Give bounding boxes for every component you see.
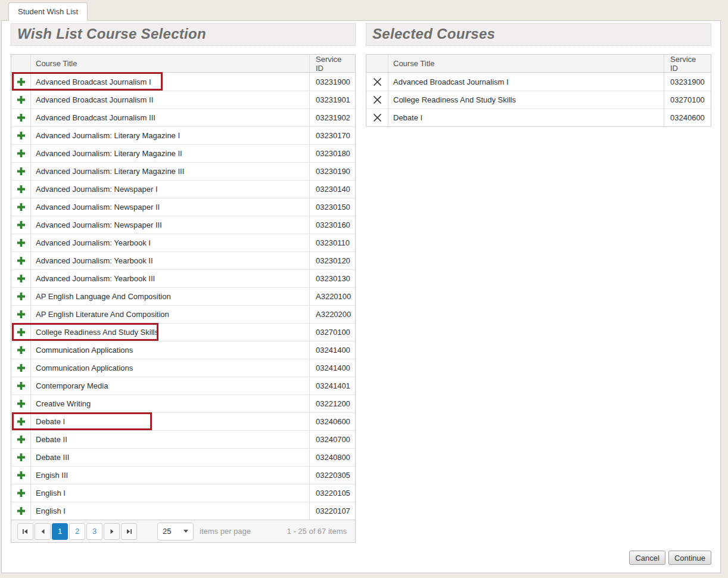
icon-column-header [366,55,388,72]
selected-table-header: Course Title Service ID [366,55,711,73]
service-id-cell: A3220200 [310,306,355,323]
table-row: Advanced Broadcast Journalism II 0323190… [11,91,355,108]
column-header-course-title[interactable]: Course Title [388,55,664,72]
tab-label: Student Wish List [18,7,78,16]
wishlist-table-header: Course Title Service ID [11,55,355,73]
table-row: Advanced Journalism: Newspaper III 03230… [11,216,355,234]
selected-courses-table: Course Title Service ID Advanced Broadca… [366,54,711,127]
page-button-3[interactable]: 3 [86,523,102,540]
add-course-button[interactable] [11,502,31,520]
plus-icon [16,399,26,409]
plus-icon [16,452,26,462]
service-id-cell: 03231900 [664,73,711,91]
previous-page-button[interactable] [35,523,51,540]
add-course-button[interactable] [11,341,31,359]
add-course-button[interactable] [11,324,31,341]
service-id-cell: 03230120 [310,252,355,269]
page-button-2[interactable]: 2 [69,523,85,540]
course-title-cell: AP English Literature And Composition [31,306,310,323]
service-id-cell: 03240600 [664,109,711,126]
plus-icon [16,220,26,230]
course-title-cell: Communication Applications [31,359,310,377]
plus-icon [16,130,26,141]
cancel-button[interactable]: Cancel [629,551,665,565]
wishlist-table-body: Advanced Broadcast Journalism I 03231900… [11,73,355,520]
remove-course-button[interactable] [366,73,388,91]
plus-icon [16,417,26,427]
page-title: Wish List Course Selection [17,26,206,42]
plus-icon [16,434,26,445]
add-course-button[interactable] [11,145,31,162]
page-size-select[interactable]: 25 [157,523,194,540]
add-course-button[interactable] [11,377,31,394]
add-course-button[interactable] [11,359,31,377]
table-row: Debate III 03240800 [11,448,355,466]
course-title-cell: AP English Language And Composition [31,288,310,305]
add-course-button[interactable] [11,306,31,323]
add-course-button[interactable] [11,198,31,216]
table-row: Advanced Journalism: Literary Magazine I… [11,126,355,144]
last-page-icon [126,529,132,535]
plus-icon [16,345,26,355]
remove-course-button[interactable] [366,91,388,108]
table-row: English I 03220107 [11,502,355,520]
course-title-cell: Debate III [31,449,310,466]
course-title-cell: Advanced Journalism: Yearbook I [31,234,310,251]
plus-icon [16,291,26,302]
plus-icon [16,309,26,319]
footer-actions: Cancel Continue [11,551,711,565]
table-row: Advanced Journalism: Newspaper II 032301… [11,198,355,216]
add-course-button[interactable] [11,288,31,305]
column-header-service-id[interactable]: Service ID [310,55,355,72]
add-course-button[interactable] [11,270,31,287]
add-course-button[interactable] [11,73,31,91]
course-title-cell: Advanced Broadcast Journalism II [31,91,310,108]
column-header-course-title[interactable]: Course Title [31,55,310,72]
table-row: Advanced Journalism: Literary Magazine I… [11,144,355,162]
plus-icon [16,506,26,516]
first-page-icon [22,529,29,535]
table-row: Advanced Journalism: Yearbook III 032301… [11,269,355,287]
next-page-button[interactable] [104,523,120,540]
plus-icon [16,274,26,284]
remove-course-button[interactable] [366,109,388,126]
selected-section-header: Selected Courses [366,23,711,46]
service-id-cell: 03231902 [310,109,355,126]
table-row: College Readiness And Study Skills 03270… [366,91,711,108]
column-header-service-id[interactable]: Service ID [664,55,711,72]
add-course-button[interactable] [11,431,31,448]
add-course-button[interactable] [11,127,31,144]
service-id-cell: 03270100 [664,91,711,108]
tab-student-wish-list[interactable]: Student Wish List [8,2,88,21]
add-course-button[interactable] [11,413,31,430]
add-course-button[interactable] [11,181,31,198]
previous-page-icon [40,529,46,535]
plus-icon [16,166,26,176]
service-id-cell: 03230150 [310,198,355,216]
service-id-cell: 03240600 [310,413,355,430]
add-course-button[interactable] [11,467,31,484]
add-course-button[interactable] [11,484,31,502]
plus-icon [16,488,26,498]
course-title-cell: Advanced Journalism: Literary Magazine I [31,127,310,144]
page-button-1[interactable]: 1 [52,523,68,540]
add-course-button[interactable] [11,216,31,234]
service-id-cell: 03241400 [310,359,355,377]
table-row: Advanced Broadcast Journalism III 032319… [11,108,355,126]
course-title-cell: Advanced Journalism: Newspaper II [31,198,310,216]
add-course-button[interactable] [11,163,31,180]
add-course-button[interactable] [11,234,31,251]
add-course-button[interactable] [11,91,31,108]
add-course-button[interactable] [11,109,31,126]
continue-button[interactable]: Continue [668,551,711,565]
course-title-cell: Advanced Journalism: Literary Magazine I… [31,145,310,162]
first-page-button[interactable] [17,523,33,540]
service-id-cell: 03240700 [310,431,355,448]
add-course-button[interactable] [11,449,31,466]
add-course-button[interactable] [11,252,31,269]
table-row: Communication Applications 03241400 [11,341,355,359]
add-course-button[interactable] [11,395,31,412]
table-row: Advanced Journalism: Yearbook II 0323012… [11,251,355,269]
table-row: Advanced Broadcast Journalism I 03231900 [366,73,711,91]
last-page-button[interactable] [121,523,137,540]
